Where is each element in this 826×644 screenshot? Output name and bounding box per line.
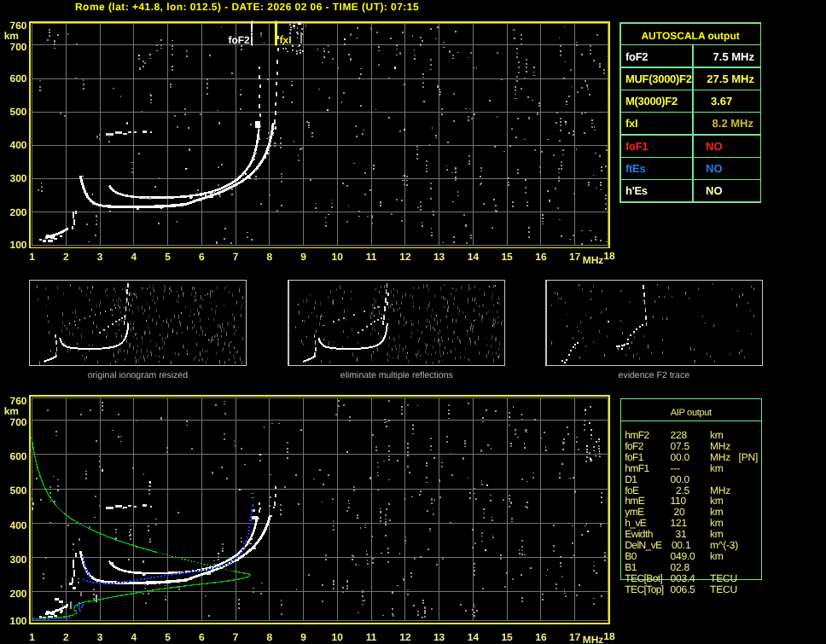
svg-text:eliminate multiple reflections: eliminate multiple reflections [340, 370, 453, 380]
svg-text:16: 16 [535, 631, 547, 643]
svg-text:600: 600 [9, 73, 26, 84]
svg-text:D1: D1 [625, 473, 637, 485]
svg-text:500: 500 [9, 484, 26, 496]
svg-text:11: 11 [366, 631, 377, 643]
svg-text:10: 10 [332, 251, 344, 263]
svg-text:original ionogram resized: original ionogram resized [88, 370, 188, 380]
svg-text:km: km [710, 506, 724, 518]
svg-text:3.67: 3.67 [711, 95, 732, 107]
svg-text:100: 100 [9, 239, 26, 251]
svg-text:hmF1: hmF1 [625, 462, 649, 474]
svg-text:8: 8 [266, 251, 272, 263]
svg-text:6: 6 [199, 631, 205, 643]
svg-text:300: 300 [9, 554, 26, 566]
svg-text:MHz: MHz [583, 634, 604, 644]
svg-text:13: 13 [433, 631, 445, 643]
svg-text:ymE: ymE [625, 506, 644, 518]
svg-text:foF2: foF2 [625, 50, 648, 63]
svg-text:8: 8 [266, 631, 272, 643]
svg-text:27.5 MHz: 27.5 MHz [707, 73, 754, 85]
svg-text:km: km [710, 528, 724, 540]
svg-text:MHz: MHz [710, 440, 730, 452]
svg-text:km: km [710, 462, 724, 474]
svg-text:049.0: 049.0 [671, 550, 696, 562]
svg-text:14: 14 [468, 631, 480, 643]
svg-text:121: 121 [671, 517, 688, 529]
svg-text:hmE: hmE [625, 495, 644, 507]
svg-text:AUTOSCALA output: AUTOSCALA output [641, 30, 739, 42]
svg-text:700: 700 [9, 416, 26, 428]
svg-text:km: km [710, 517, 724, 529]
svg-text:14: 14 [468, 251, 480, 263]
svg-text:13: 13 [433, 251, 445, 263]
svg-text:AIP output: AIP output [671, 408, 712, 418]
svg-text:NO: NO [706, 184, 723, 197]
svg-text:3: 3 [97, 631, 103, 643]
svg-text:5: 5 [165, 631, 171, 643]
svg-text:evidence F2 trace: evidence F2 trace [619, 370, 690, 380]
svg-text:8.2 MHz: 8.2 MHz [713, 117, 754, 130]
svg-text:18: 18 [603, 630, 615, 642]
svg-text:11: 11 [366, 251, 377, 263]
svg-text:006.5: 006.5 [671, 583, 696, 595]
svg-text:1: 1 [29, 251, 35, 263]
svg-text:700: 700 [9, 41, 26, 53]
svg-text:2: 2 [63, 251, 69, 263]
svg-text:17: 17 [569, 631, 581, 643]
svg-text:TEC[Top]: TEC[Top] [625, 583, 663, 595]
svg-text:M(3000)F2: M(3000)F2 [625, 95, 678, 107]
svg-text:h_vE: h_vE [625, 517, 647, 529]
svg-text:9: 9 [300, 631, 306, 643]
svg-text:TECU: TECU [710, 572, 737, 584]
svg-text:foF2: foF2 [625, 440, 644, 452]
svg-text:12: 12 [399, 251, 411, 263]
svg-text:003.4: 003.4 [671, 572, 696, 584]
svg-text:B1: B1 [625, 561, 637, 573]
svg-text:B0: B0 [625, 550, 637, 562]
svg-text:7: 7 [233, 251, 239, 263]
svg-text:foE: foE [625, 484, 639, 496]
svg-text:31: 31 [676, 528, 687, 540]
svg-text:00.0: 00.0 [671, 451, 690, 463]
svg-text:fxI: fxI [625, 117, 637, 130]
svg-text:18: 18 [603, 250, 615, 262]
svg-text:600: 600 [9, 450, 26, 462]
svg-text:20: 20 [674, 506, 685, 518]
svg-text:00.0: 00.0 [671, 473, 690, 485]
svg-text:foF1: foF1 [625, 140, 648, 153]
svg-text:km: km [710, 429, 724, 441]
svg-text:---: --- [671, 462, 681, 474]
svg-text:10: 10 [332, 631, 344, 643]
svg-text:km: km [4, 30, 19, 42]
svg-text:MHz: MHz [710, 484, 730, 496]
svg-text:fxI: fxI [280, 34, 292, 46]
svg-text:07.5: 07.5 [671, 440, 690, 452]
svg-text:TEC[Bot]: TEC[Bot] [625, 572, 662, 584]
svg-text:4: 4 [131, 251, 137, 263]
svg-text:Ewidth: Ewidth [625, 528, 652, 540]
svg-text:200: 200 [9, 588, 26, 600]
svg-text:400: 400 [9, 519, 26, 531]
svg-text:300: 300 [9, 172, 26, 184]
svg-text:foF2: foF2 [228, 34, 250, 46]
svg-text:110: 110 [671, 495, 687, 507]
svg-text:500: 500 [9, 106, 26, 118]
svg-text:100: 100 [9, 615, 26, 627]
svg-text:MHz: MHz [710, 451, 730, 463]
svg-text:00.1: 00.1 [672, 539, 691, 551]
svg-text:DelN_vE: DelN_vE [625, 539, 662, 551]
svg-text:m^(-3): m^(-3) [710, 539, 738, 551]
svg-text:7: 7 [233, 631, 239, 643]
svg-text:15: 15 [501, 631, 513, 643]
svg-text:200: 200 [9, 206, 26, 218]
svg-text:3: 3 [97, 251, 103, 263]
svg-text:17: 17 [569, 251, 581, 263]
svg-text:02.8: 02.8 [671, 561, 690, 573]
svg-text:6: 6 [199, 251, 205, 263]
svg-text:9: 9 [300, 251, 306, 263]
svg-text:5: 5 [165, 251, 171, 263]
svg-text:km: km [710, 550, 724, 562]
svg-text:2.5: 2.5 [676, 484, 690, 496]
svg-text:hmF2: hmF2 [625, 429, 649, 441]
svg-text:400: 400 [9, 139, 26, 151]
